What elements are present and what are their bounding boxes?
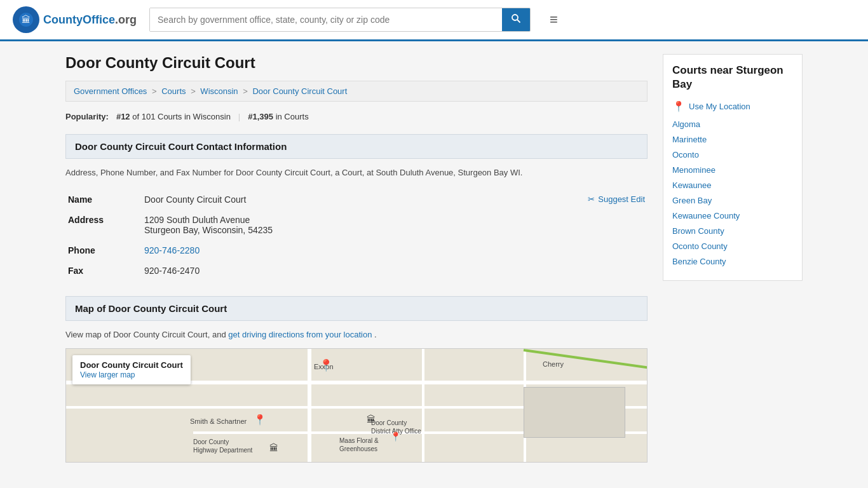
list-item: Kewaunee County: [672, 210, 793, 220]
logo-text: CountyOffice.org: [43, 13, 137, 27]
sidebar: Courts near Sturgeon Bay 📍 Use My Locati…: [663, 54, 803, 463]
name-label: Name: [65, 189, 142, 210]
map-label-floral: Maas Floral &Greenhouses: [339, 437, 379, 453]
contact-info-table: Name Door County Circuit Court ✂ Suggest…: [65, 189, 648, 281]
map-pin-smith: 📍: [254, 414, 266, 426]
list-item: Benzie County: [672, 256, 793, 266]
location-pin-icon: 📍: [672, 100, 685, 112]
sidebar-title: Courts near Sturgeon Bay: [672, 64, 793, 92]
list-item: Menominee: [672, 165, 793, 175]
sidebar-court-link[interactable]: Green Bay: [672, 196, 712, 205]
sidebar-court-link[interactable]: Benzie County: [672, 257, 726, 266]
list-item: Algoma: [672, 119, 793, 129]
search-bar: [149, 8, 531, 32]
breadcrumb-wisconsin[interactable]: Wisconsin: [200, 86, 238, 96]
phone-value: 920-746-2280: [142, 240, 648, 261]
phone-label: Phone: [65, 240, 142, 261]
map-description: View map of Door County Circuit Court, a…: [65, 329, 648, 341]
contact-section-header: Door County Circuit Court Contact Inform…: [65, 134, 648, 159]
page-title: Door County Circuit Court: [65, 54, 648, 72]
name-value-cell: Door County Circuit Court ✂ Suggest Edit: [142, 189, 648, 210]
table-row: Phone 920-746-2280: [65, 240, 648, 261]
list-item: Marinette: [672, 134, 793, 144]
edit-icon: ✂: [588, 194, 595, 204]
logo-icon: 🏛: [13, 6, 39, 33]
popularity-bar: Popularity: #12 of 101 Courts in Wiscons…: [65, 112, 648, 121]
sidebar-court-link[interactable]: Kewaunee: [672, 180, 711, 190]
hamburger-menu[interactable]: ≡: [550, 11, 558, 28]
map-label-smith: Smith & Schartner: [190, 417, 247, 425]
map-label-highway: Door CountyHighway Department: [193, 438, 252, 454]
breadcrumb: Government Offices > Courts > Wisconsin …: [65, 81, 648, 102]
view-larger-map-link[interactable]: View larger map: [80, 370, 135, 379]
map-pin-highway: 🏛: [269, 443, 278, 453]
list-item: Kewaunee: [672, 180, 793, 190]
main-content: Door County Circuit Court Government Off…: [65, 54, 648, 463]
contact-description: Address, Phone Number, and Fax Number fo…: [65, 166, 648, 179]
map-title: Door County Circuit Court: [80, 360, 183, 370]
svg-text:🏛: 🏛: [22, 15, 31, 25]
breadcrumb-courts[interactable]: Courts: [161, 86, 186, 96]
map-info-box: Door County Circuit Court View larger ma…: [72, 355, 191, 384]
sidebar-court-link[interactable]: Marinette: [672, 135, 707, 144]
search-button[interactable]: [502, 8, 530, 31]
map-pin-exxon: 📍: [319, 358, 333, 372]
table-row: Name Door County Circuit Court ✂ Suggest…: [65, 189, 648, 210]
list-item: Oconto: [672, 149, 793, 159]
sidebar-court-link[interactable]: Brown County: [672, 226, 724, 236]
name-value: Door County Circuit Court: [144, 194, 246, 205]
driving-directions-link[interactable]: get driving directions from your locatio…: [228, 330, 372, 339]
fax-value: 920-746-2470: [142, 261, 648, 281]
list-item: Brown County: [672, 226, 793, 236]
sidebar-court-link[interactable]: Kewaunee County: [672, 211, 740, 220]
address-label: Address: [65, 210, 142, 240]
map-pin-atty: 🏛: [367, 414, 376, 424]
svg-line-4: [517, 20, 520, 23]
phone-link[interactable]: 920-746-2280: [144, 245, 200, 255]
table-row: Fax 920-746-2470: [65, 261, 648, 281]
sidebar-court-link[interactable]: Oconto County: [672, 241, 728, 251]
map-label-cherry: Cherry: [543, 360, 564, 368]
breadcrumb-current[interactable]: Door County Circuit Court: [252, 86, 347, 96]
address-value: 1209 South Duluth Avenue Sturgeon Bay, W…: [142, 210, 648, 240]
table-row: Address 1209 South Duluth Avenue Sturgeo…: [65, 210, 648, 240]
fax-label: Fax: [65, 261, 142, 281]
nearby-courts-list: AlgomaMarinetteOcontoMenomineeKewauneeGr…: [672, 119, 793, 266]
sidebar-court-link[interactable]: Oconto: [672, 150, 699, 159]
search-input[interactable]: [150, 8, 502, 31]
list-item: Oconto County: [672, 241, 793, 251]
map-pin-floral: 📍: [390, 431, 401, 442]
map-container: Door County Circuit Court View larger ma…: [65, 348, 648, 463]
breadcrumb-gov-offices[interactable]: Government Offices: [74, 86, 147, 96]
sidebar-court-link[interactable]: Menominee: [672, 165, 715, 175]
site-header: 🏛 CountyOffice.org ≡: [0, 0, 868, 41]
suggest-edit-link[interactable]: ✂ Suggest Edit: [588, 194, 645, 204]
use-location-link[interactable]: 📍 Use My Location: [672, 100, 793, 112]
sidebar-court-link[interactable]: Algoma: [672, 119, 700, 129]
map-section-header: Map of Door County Circuit Court: [65, 296, 648, 321]
sidebar-box: Courts near Sturgeon Bay 📍 Use My Locati…: [663, 54, 803, 281]
map-building: [524, 387, 625, 438]
list-item: Green Bay: [672, 195, 793, 205]
svg-point-3: [512, 15, 518, 20]
logo-link[interactable]: 🏛 CountyOffice.org: [13, 6, 137, 33]
